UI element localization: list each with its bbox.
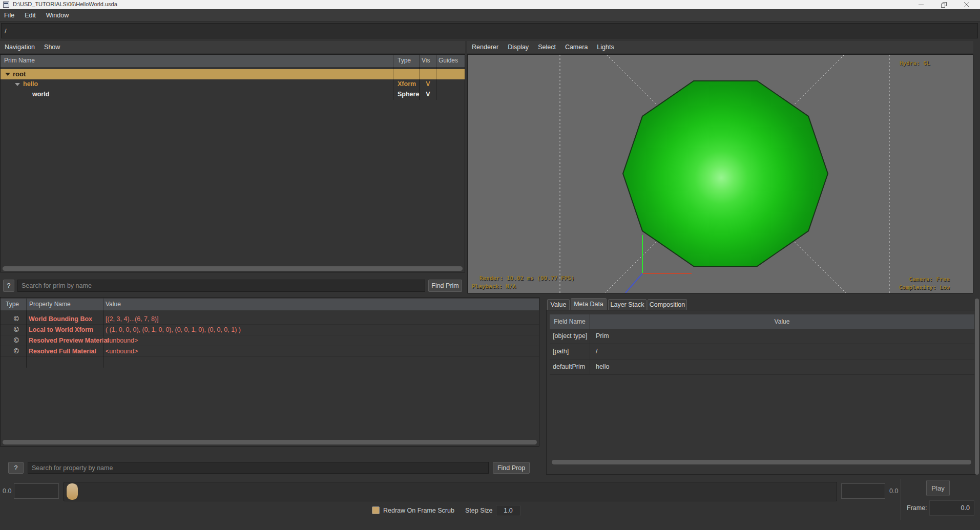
menu-display[interactable]: Display: [503, 44, 533, 51]
prim-path-input[interactable]: [1, 23, 978, 38]
property-value-label: <unbound>: [106, 337, 138, 344]
range-start-label: 0.0: [3, 487, 11, 495]
meta-field-label: [path]: [553, 348, 569, 355]
property-name-label: Resolved Full Material: [29, 348, 96, 355]
sphere-render[interactable]: [623, 81, 828, 266]
hud-renderer: Hydra: GL: [900, 60, 930, 67]
redraw-label: Redraw On Frame Scrub: [383, 507, 454, 514]
prim-vis-label[interactable]: V: [420, 91, 436, 98]
meta-data-panel: Field Name Value [object type] Prim [pat…: [546, 310, 977, 475]
frame-input[interactable]: [929, 500, 974, 516]
viewport-menu-row: Renderer Display Select Camera Lights: [467, 41, 973, 53]
menu-edit[interactable]: Edit: [19, 12, 41, 19]
property-name-label: World Bounding Box: [29, 315, 92, 323]
expander-down-icon[interactable]: [15, 83, 20, 86]
range-end-input[interactable]: [841, 483, 885, 499]
horizontal-scrollbar[interactable]: [3, 440, 537, 444]
menu-navigation[interactable]: Navigation: [0, 44, 39, 51]
horizontal-scrollbar[interactable]: [552, 460, 971, 464]
menu-bar: File Edit Window: [0, 9, 980, 22]
close-button[interactable]: [955, 0, 978, 9]
tree-row-world[interactable]: world Sphere V: [1, 90, 465, 100]
tab-composition[interactable]: Composition: [648, 299, 687, 310]
computed-property-icon: ©: [14, 336, 19, 344]
property-value-label: ( (1, 0, 0, 0), (0, 1, 0, 0), (0, 0, 1, …: [106, 326, 241, 333]
col-value: Value: [106, 301, 121, 308]
computed-property-icon: ©: [14, 347, 19, 355]
step-size-input[interactable]: [496, 505, 520, 516]
menu-file[interactable]: File: [0, 12, 19, 19]
prim-search-help-button[interactable]: ?: [3, 280, 14, 292]
viewport-render: [468, 55, 973, 293]
col-guides: Guides: [439, 57, 458, 64]
horizontal-scrollbar[interactable]: [3, 266, 463, 271]
redraw-checkbox[interactable]: [372, 506, 380, 514]
property-table: Type Property Name Value © World Boundin…: [0, 297, 539, 447]
hud-render-time: Render: 10.02 ms (99.77 FPS): [479, 275, 574, 282]
menu-window[interactable]: Window: [41, 12, 74, 19]
prim-name-label: root: [13, 70, 26, 78]
column-divider: [590, 314, 590, 375]
path-bar: [0, 22, 980, 40]
app-icon: [3, 2, 9, 8]
frame-slider[interactable]: [64, 482, 837, 501]
col-vis: Vis: [422, 57, 430, 64]
property-row[interactable]: © Resolved Preview Material <unbound>: [1, 335, 539, 346]
axis-z-line: [625, 273, 642, 293]
tree-row-root[interactable]: root: [1, 69, 465, 79]
property-row[interactable]: © Resolved Full Material <unbound>: [1, 346, 539, 357]
computed-property-icon: ©: [14, 315, 19, 323]
vertical-scrollbar[interactable]: [975, 299, 979, 475]
range-start-input[interactable]: [14, 483, 59, 499]
minimize-button[interactable]: [909, 0, 933, 9]
meta-row[interactable]: [path] /: [550, 344, 974, 359]
range-end-label: 0.0: [889, 487, 898, 495]
expander-down-icon[interactable]: [5, 73, 10, 76]
property-value-label: [(2, 3, 4)...(6, 7, 8)]: [106, 315, 159, 323]
col-type: Type: [398, 57, 411, 64]
menu-camera[interactable]: Camera: [560, 44, 592, 51]
property-table-header: Type Property Name Value: [1, 299, 539, 310]
column-divider: [26, 299, 27, 368]
prim-browser-menu-row: Navigation Show: [0, 41, 465, 53]
play-button[interactable]: Play: [926, 480, 950, 496]
menu-select[interactable]: Select: [533, 44, 560, 51]
title-bar: D:\USD_TUTORIALS\06\HelloWorld.usda: [0, 0, 980, 9]
find-prop-button[interactable]: Find Prop: [493, 462, 530, 474]
property-row[interactable]: © World Bounding Box [(2, 3, 4)...(6, 7,…: [1, 314, 539, 325]
prim-tree: Prim Name Type Vis Guides root hello Xfo…: [0, 54, 465, 272]
meta-row[interactable]: [object type] Prim: [550, 329, 974, 344]
frame-slider-handle[interactable]: [66, 483, 78, 500]
divider: [901, 479, 901, 520]
col-value: Value: [590, 318, 974, 325]
column-divider: [393, 55, 393, 100]
window-title: D:\USD_TUTORIALS\06\HelloWorld.usda: [13, 1, 117, 7]
tab-meta-data[interactable]: Meta Data: [571, 298, 607, 310]
hud-camera: Camera: Free: [909, 276, 950, 283]
prim-search-input[interactable]: [17, 280, 425, 292]
meta-field-label: [object type]: [553, 332, 587, 340]
property-row[interactable]: © Local to World Xform ( (1, 0, 0, 0), (…: [1, 325, 539, 335]
menu-renderer[interactable]: Renderer: [467, 44, 503, 51]
menu-lights[interactable]: Lights: [592, 44, 618, 51]
property-search-help-button[interactable]: ?: [8, 462, 24, 474]
frame-label: Frame:: [907, 504, 927, 512]
meta-value-label: Prim: [596, 332, 609, 340]
minimize-icon: [919, 2, 924, 7]
prim-tree-header: Prim Name Type Vis Guides: [1, 55, 465, 67]
find-prim-button[interactable]: Find Prim: [428, 280, 462, 292]
tab-layer-stack[interactable]: Layer Stack: [608, 299, 647, 310]
hud-playback: Playback: N/A: [472, 283, 516, 290]
prim-type-label: Xform: [398, 80, 416, 88]
prim-vis-label[interactable]: V: [420, 80, 436, 88]
tree-row-hello[interactable]: hello Xform V: [1, 79, 465, 90]
restore-button[interactable]: [932, 0, 955, 9]
meta-table-header: Field Name Value: [550, 314, 974, 329]
menu-show[interactable]: Show: [39, 44, 65, 51]
tab-value[interactable]: Value: [547, 299, 570, 310]
prim-type-label: Sphere: [398, 91, 419, 98]
property-search-input[interactable]: [28, 462, 489, 474]
col-prim-name: Prim Name: [4, 57, 35, 64]
meta-row[interactable]: defaultPrim hello: [550, 359, 974, 375]
viewport-canvas[interactable]: Hydra: GL Render: 10.02 ms (99.77 FPS) P…: [467, 54, 973, 293]
